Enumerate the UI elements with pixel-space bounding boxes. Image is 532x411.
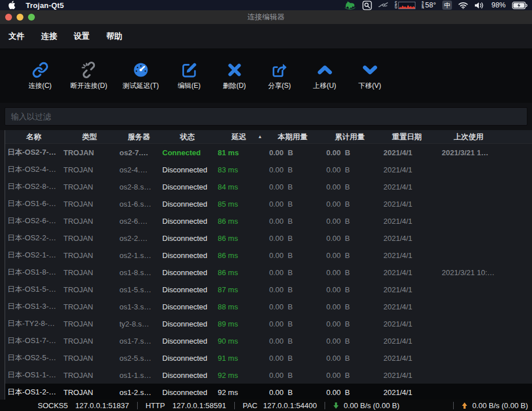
column-header-server[interactable]: 服务器 (117, 132, 161, 142)
cell-total: 0.00 B (321, 200, 378, 208)
cell-status: Disconnected (161, 320, 214, 328)
cell-name: 日本-OS1-5-… (5, 284, 62, 295)
sort-ascending-icon: ▲ (258, 134, 262, 139)
cell-name: 日本-OS1-6-… (5, 199, 62, 209)
statusbar-divider (137, 402, 138, 409)
column-header-last[interactable]: 上次使用 (435, 132, 532, 142)
edit-button[interactable]: 编辑(E) (174, 61, 204, 91)
dongle-menu-icon[interactable] (378, 2, 389, 9)
cell-latency: 83 ms (214, 166, 264, 174)
cell-server: ty2-8.s… (117, 320, 161, 328)
cell-reset: 2021/4/1 (378, 166, 435, 174)
connection-row[interactable]: 日本-OS2-7-…TROJANos2-7.…Connected81 ms0.0… (5, 144, 532, 161)
upload-speed: 0.00 B/s (0.00 B) (462, 401, 528, 410)
cell-status: Disconnected (161, 268, 214, 277)
menu-item-0[interactable]: 文件 (9, 31, 25, 42)
cell-name: 日本-OS2-7-… (5, 147, 62, 158)
unlink-button[interactable]: 断开连接(D) (70, 61, 107, 91)
cell-name: 日本-OS2-2-… (5, 233, 62, 243)
system-menu-bar: Trojan-Qt5 CPU (0, 0, 532, 10)
column-header-type[interactable]: 类型 (62, 132, 117, 142)
column-header-label: 延迟 (231, 132, 246, 141)
column-header-status[interactable]: 状态 (161, 132, 214, 142)
gauge-button[interactable]: 测试延迟(T) (123, 61, 159, 91)
cell-total: 0.00 B (321, 148, 378, 157)
connection-table: 名称类型服务器状态延迟▲本期用量累计用量重置日期上次使用 日本-OS2-7-…T… (5, 130, 532, 400)
cell-status: Disconnected (161, 217, 214, 225)
menu-item-1[interactable]: 连接 (41, 31, 57, 42)
cpu-meter-widget[interactable]: CPU (395, 1, 415, 9)
connection-row[interactable]: 日本-OS1-7-…TROJANos1-7.s…Disconnected90 m… (5, 332, 532, 349)
volume-icon[interactable] (474, 2, 485, 9)
connection-row[interactable]: 日本-OS2-2-…TROJANos2-2.…Disconnected86 ms… (5, 229, 532, 247)
trojan-horse-tray-icon[interactable] (344, 1, 356, 10)
gauge-icon (132, 61, 149, 78)
cell-type: TROJAN (62, 148, 117, 157)
connection-row[interactable]: 日本-OS2-1-…TROJANos2-1.s…Disconnected86 m… (5, 247, 532, 264)
cell-last: 2021/3/21 1… (435, 148, 532, 157)
menu-item-3[interactable]: 帮助 (106, 31, 122, 42)
cell-latency: 92 ms (214, 388, 264, 397)
connection-row[interactable]: 日本-OS1-3-…TROJANos1-3.s…Disconnected88 m… (5, 298, 532, 315)
column-header-latency[interactable]: 延迟▲ (214, 132, 264, 142)
input-method-indicator[interactable]: 中 (442, 1, 452, 10)
column-header-label: 类型 (82, 132, 97, 141)
cell-type: TROJAN (62, 200, 117, 208)
cell-name: 日本-OS2-6-… (5, 216, 62, 226)
menu-item-2[interactable]: 设置 (74, 31, 90, 42)
filter-input[interactable] (5, 107, 527, 126)
connection-row[interactable]: 日本-OS1-5-…TROJANos1-5.s…Disconnected87 m… (5, 281, 532, 298)
temperature-sensor-widget[interactable]: SEN 58° (422, 1, 436, 9)
cell-server: os1-2.s… (117, 388, 161, 397)
wifi-icon[interactable] (458, 2, 468, 9)
connection-row[interactable]: 日本-OS1-6-…TROJANos1-6.s…Disconnected85 m… (5, 195, 532, 212)
cell-type: TROJAN (62, 183, 117, 191)
cell-reset: 2021/4/1 (378, 268, 435, 277)
cell-status: Disconnected (161, 388, 214, 397)
apple-logo-icon[interactable] (8, 1, 15, 10)
cell-status: Disconnected (161, 234, 214, 243)
cell-name: 日本-OS2-4-… (5, 164, 62, 175)
delete-button[interactable]: 删除(D) (219, 61, 249, 91)
cell-total: 0.00 B (321, 183, 378, 191)
cell-server: os2-1.s… (117, 251, 161, 260)
connection-row[interactable]: 日本-OS2-4-…TROJANos2-4.…Disconnected83 ms… (5, 161, 532, 178)
unlink-icon (80, 61, 97, 78)
chevron-up-button[interactable]: 上移(U) (310, 61, 339, 91)
search-menu-icon[interactable] (362, 1, 372, 10)
cell-type: TROJAN (62, 388, 117, 397)
cell-server: os2-4.… (117, 166, 161, 174)
cell-type: TROJAN (62, 303, 117, 311)
cell-current: 0.00 B (264, 200, 321, 208)
cell-reset: 2021/4/1 (378, 251, 435, 260)
column-header-total[interactable]: 累计用量 (321, 132, 378, 142)
battery-percent: 98% (491, 1, 506, 9)
column-header-reset[interactable]: 重置日期 (378, 132, 435, 142)
toolbar-item-label: 断开连接(D) (70, 81, 107, 91)
connection-row[interactable]: 日本-OS1-1-…TROJANos1-1.s…Disconnected92 m… (5, 366, 532, 384)
battery-charging-icon[interactable] (512, 2, 527, 9)
connection-row[interactable]: 日本-OS2-5-…TROJANos2-5.s…Disconnected91 m… (5, 349, 532, 366)
cell-status: Disconnected (161, 166, 214, 174)
share-button[interactable]: 分享(S) (265, 61, 294, 91)
cell-reset: 2021/4/1 (378, 200, 435, 208)
link-button[interactable]: 连接(C) (25, 61, 55, 91)
chevron-down-button[interactable]: 下移(V) (355, 61, 385, 91)
connection-row[interactable]: 日本-OS2-8-…TROJANos2-8.s…Disconnected84 m… (5, 178, 532, 195)
connection-row[interactable]: 日本-TY2-8-…TROJANty2-8.s…Disconnected89 m… (5, 315, 532, 332)
cell-type: TROJAN (62, 371, 117, 380)
cell-server: os1-6.s… (117, 200, 161, 208)
toolbar-item-label: 下移(V) (358, 81, 381, 91)
connection-row[interactable]: 日本-OS1-2-…TROJANos1-2.s…Disconnected92 m… (5, 384, 532, 400)
pac-address: 127.0.0.1:54400 (263, 401, 317, 410)
column-header-current[interactable]: 本期用量 (264, 132, 321, 142)
share-icon (271, 61, 288, 78)
cell-reset: 2021/4/1 (378, 388, 435, 397)
chevron-up-icon (316, 61, 333, 78)
filter-strip (0, 103, 532, 130)
connection-row[interactable]: 日本-OS1-8-…TROJANos1-8.s…Disconnected86 m… (5, 264, 532, 281)
cell-latency: 86 ms (214, 268, 264, 277)
column-header-name[interactable]: 名称 (5, 132, 62, 142)
column-header-label: 重置日期 (392, 132, 422, 141)
connection-row[interactable]: 日本-OS2-6-…TROJANos2-6.…Disconnected86 ms… (5, 212, 532, 229)
